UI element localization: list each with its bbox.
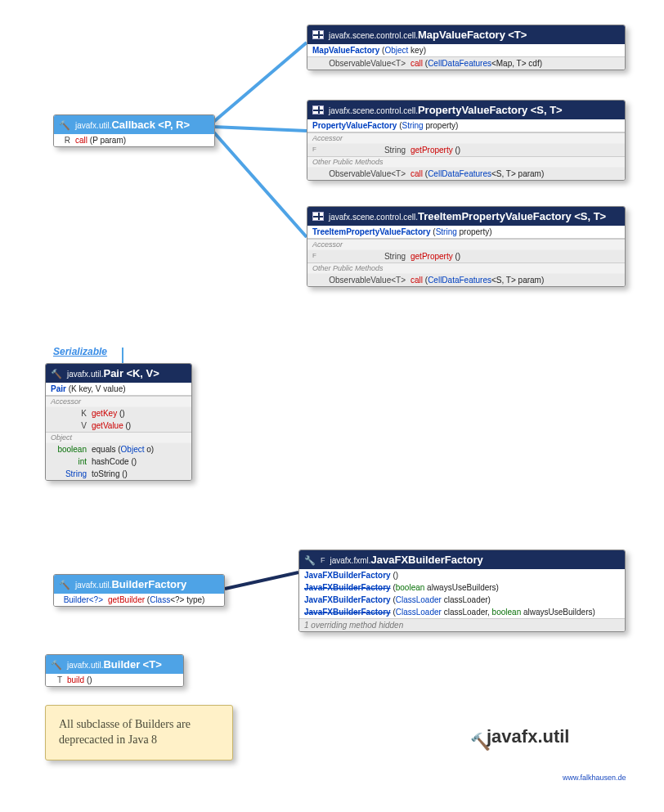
generics: <T> (508, 29, 527, 41)
return-type: ObservableValue<T> (312, 59, 411, 68)
method-row: ObservableValue<T> call (CellDataFeature… (307, 274, 625, 286)
getvalue-row: V getValue () (46, 419, 191, 432)
accessor-section: Accessor (307, 132, 625, 144)
method-name: call (75, 136, 87, 145)
class-icon (312, 105, 324, 114)
header: javafx.util.Builder <T> (46, 655, 183, 674)
method-args: (P param) (90, 136, 126, 145)
class-icon (304, 554, 316, 566)
propertyvaluefactory-box: javafx.scene.control.cell.PropertyValueF… (307, 100, 626, 181)
callback-box: javafx.util.Callback <P, R> R call (P pa… (53, 114, 215, 147)
pair-box: javafx.util.Pair <K, V> Pair (K key, V v… (45, 363, 192, 481)
callback-method-row: R call (P param) (54, 134, 214, 146)
ctor2-row: JavaFXBuilderFactory (boolean alwaysUseB… (299, 581, 625, 594)
builderfactory-box: javafx.util.BuilderFactory Builder<?> ge… (53, 574, 225, 607)
method-row: ObservableValue<T> call (CellDataFeature… (307, 57, 625, 70)
callback-classname: Callback (111, 119, 155, 131)
header: F javafx.fxml.JavaFXBuilderFactory (299, 550, 625, 569)
hammer-icon (470, 731, 482, 742)
callback-header: javafx.util.Callback <P, R> (54, 115, 214, 134)
accessor-section: Accessor (46, 396, 191, 407)
return-type: R (59, 136, 75, 145)
ctor-row: MapValueFactory (Object key) (307, 44, 625, 57)
classname: PropertyValueFactory (418, 104, 527, 116)
mapvaluefactory-box: javafx.scene.control.cell.MapValueFactor… (307, 25, 626, 70)
classname: Builder (103, 658, 140, 671)
object-section: Object (46, 432, 191, 443)
classname: JavaFXBuilderFactory (371, 554, 483, 566)
builder-box: javafx.util.Builder <T> T build () (45, 654, 184, 687)
ctor3-row: JavaFXBuilderFactory (ClassLoader classL… (299, 594, 625, 606)
ctor-row: PropertyValueFactory (String property) (307, 119, 625, 132)
class-icon (312, 212, 324, 221)
accessor-row: F String getProperty () (307, 144, 625, 156)
header: javafx.scene.control.cell.PropertyValueF… (307, 101, 625, 119)
method-name: call (411, 59, 423, 68)
interface-icon (59, 119, 70, 131)
javafxbuilderfactory-box: F javafx.fxml.JavaFXBuilderFactory JavaF… (298, 550, 626, 632)
header: javafx.util.BuilderFactory (54, 575, 224, 594)
method-row: T build () (46, 674, 183, 686)
interface-icon (59, 579, 70, 590)
other-section: Other Public Methods (307, 156, 625, 168)
treeitempvf-box: javafx.scene.control.cell.TreeItemProper… (307, 206, 626, 287)
svg-line-2 (213, 131, 307, 237)
ctor4-row: JavaFXBuilderFactory (ClassLoader classL… (299, 606, 625, 619)
accessor-row: F String getProperty () (307, 250, 625, 262)
ctor1-row: JavaFXBuilderFactory () (299, 569, 625, 581)
ctor-name: MapValueFactory (312, 46, 379, 55)
pkg: javafx.scene.control.cell. (329, 31, 418, 40)
classname: MapValueFactory (418, 29, 505, 41)
serializable-label: Serializable (53, 346, 107, 357)
callback-pkg: javafx.util. (75, 121, 111, 130)
interface-icon (51, 659, 62, 671)
package-title: javafx.util (470, 726, 569, 747)
class-icon (312, 30, 324, 39)
ctor-row: TreeItemPropertyValueFactory (String pro… (307, 226, 625, 239)
tostring-row: String toString () (46, 468, 191, 480)
svg-line-1 (213, 127, 307, 131)
classname: BuilderFactory (111, 578, 186, 590)
equals-row: boolean equals (Object o) (46, 443, 191, 455)
method-row: ObservableValue<T> call (CellDataFeature… (307, 168, 625, 180)
ctor-row: Pair (K key, V value) (46, 383, 191, 396)
override-note-row: 1 overriding method hidden (299, 619, 625, 631)
header: javafx.scene.control.cell.TreeItemProper… (307, 207, 625, 226)
svg-line-3 (225, 572, 298, 589)
diagram-canvas: javafx.util.Callback <P, R> R call (P pa… (0, 0, 664, 812)
mapvaluefactory-header: javafx.scene.control.cell.MapValueFactor… (307, 25, 625, 44)
svg-line-0 (213, 43, 307, 123)
classname: TreeItemPropertyValueFactory (418, 210, 572, 222)
footer-link[interactable]: www.falkhausen.de (563, 774, 626, 782)
accessor-section: Accessor (307, 239, 625, 250)
callback-generics: <P, R> (158, 119, 190, 131)
other-section: Other Public Methods (307, 262, 625, 274)
class-icon (51, 368, 62, 379)
package-title-text: javafx.util (487, 726, 569, 747)
header: javafx.util.Pair <K, V> (46, 364, 191, 383)
classname: Pair (103, 367, 123, 379)
deprecation-note: All subclasse of Builders are deprecacte… (45, 705, 233, 760)
getkey-row: K getKey () (46, 407, 191, 419)
method-row: Builder<?> getBuilder (Class<?> type) (54, 594, 224, 606)
hashcode-row: int hashCode () (46, 455, 191, 468)
